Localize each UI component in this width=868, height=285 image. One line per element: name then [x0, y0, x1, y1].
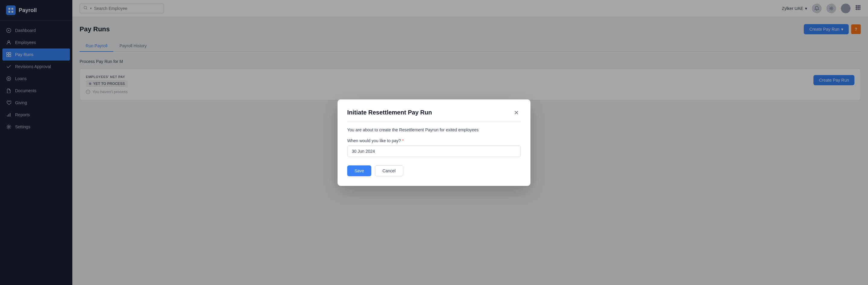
modal-header: Initiate Resettlement Pay Run ✕ [347, 109, 521, 116]
modal-cancel-button[interactable]: Cancel [375, 165, 403, 176]
modal-close-button[interactable]: ✕ [512, 109, 521, 116]
modal-overlay: Initiate Resettlement Pay Run ✕ You are … [0, 0, 868, 285]
required-star: * [402, 138, 404, 143]
modal-field-label: When would you like to pay? * [347, 138, 521, 143]
date-input[interactable] [347, 146, 521, 157]
modal-description: You are about to create the Resettlement… [347, 127, 521, 132]
modal: Initiate Resettlement Pay Run ✕ You are … [338, 99, 530, 186]
modal-title: Initiate Resettlement Pay Run [347, 109, 432, 116]
modal-actions: Save Cancel [347, 165, 521, 176]
modal-save-button[interactable]: Save [347, 165, 371, 176]
